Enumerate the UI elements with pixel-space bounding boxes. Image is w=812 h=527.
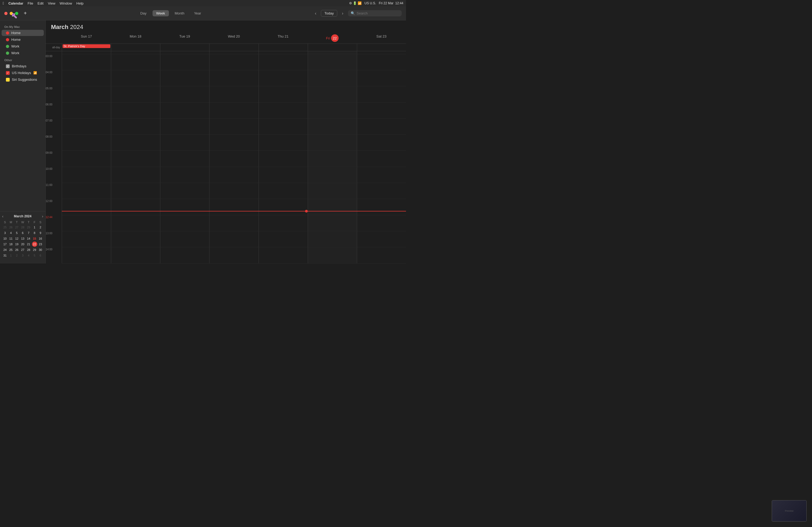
minimize-button[interactable] bbox=[10, 12, 13, 15]
mini-cal-day[interactable]: 2 bbox=[14, 253, 19, 258]
mini-cal-day[interactable]: 26 bbox=[8, 225, 14, 230]
sidebar-item-label: Home bbox=[11, 31, 21, 35]
mini-cal-day[interactable]: 10 bbox=[2, 236, 8, 241]
menu-bar:  Calendar File Edit View Window Help ⚙ … bbox=[0, 0, 406, 6]
mini-cal-day[interactable]: 30 bbox=[38, 247, 43, 253]
allday-cell-tue[interactable] bbox=[160, 44, 209, 51]
allday-cell-sat[interactable] bbox=[357, 44, 406, 51]
mini-cal-day[interactable]: 8 bbox=[32, 230, 37, 236]
close-button[interactable] bbox=[4, 12, 8, 15]
menubar-locale: US U.S. bbox=[364, 1, 376, 5]
menu-view[interactable]: View bbox=[48, 1, 55, 5]
time-0200: 02:00 bbox=[46, 51, 62, 54]
sidebar-item-home-2[interactable]: Home bbox=[2, 36, 44, 43]
mini-cal-day[interactable]: 11 bbox=[8, 236, 14, 241]
week-header: Sun 17 Mon 18 Tue 19 Wed 20 Thu 21 Fri 2… bbox=[46, 33, 406, 44]
mini-cal-title: March 2024 bbox=[14, 214, 31, 218]
mini-cal-day[interactable]: 4 bbox=[8, 230, 14, 236]
mini-cal-next[interactable]: › bbox=[42, 214, 43, 219]
today-button[interactable]: Today bbox=[321, 10, 337, 17]
us-holidays-checkbox[interactable]: ✓ bbox=[6, 71, 10, 75]
work-1-color-dot bbox=[6, 45, 9, 48]
mini-cal-day[interactable]: 29 bbox=[32, 247, 37, 253]
mini-cal-prev[interactable]: ‹ bbox=[2, 214, 3, 219]
allday-cell-mon[interactable] bbox=[111, 44, 160, 51]
view-day-button[interactable]: Day bbox=[136, 10, 150, 16]
mini-cal-day[interactable]: 17 bbox=[2, 241, 8, 247]
mini-cal-day[interactable]: 18 bbox=[8, 241, 14, 247]
search-input[interactable] bbox=[357, 11, 399, 15]
sidebar-item-us-holidays[interactable]: ✓ US Holidays 📶 bbox=[2, 70, 44, 76]
mini-cal-day[interactable]: 25 bbox=[8, 247, 14, 253]
menu-window[interactable]: Window bbox=[60, 1, 72, 5]
sidebar-item-label: Work bbox=[11, 51, 19, 55]
menu-file[interactable]: File bbox=[28, 1, 33, 5]
time-0500: 05:00 bbox=[46, 86, 62, 103]
mini-cal-day[interactable]: 28 bbox=[20, 225, 26, 230]
st-patricks-event[interactable]: St. Patrick's Day bbox=[62, 44, 110, 48]
mini-cal-day[interactable]: 24 bbox=[2, 247, 8, 253]
add-event-button[interactable]: + bbox=[21, 10, 29, 17]
apple-logo-icon[interactable]:  bbox=[3, 1, 4, 5]
mini-cal-day[interactable]: 7 bbox=[26, 230, 31, 236]
mini-cal-day[interactable]: 13 bbox=[20, 236, 26, 241]
view-month-button[interactable]: Month bbox=[171, 10, 188, 16]
sidebar-item-work-1[interactable]: Work bbox=[2, 43, 44, 49]
mini-cal-day[interactable]: 3 bbox=[20, 253, 26, 258]
mini-cal-day[interactable]: 1 bbox=[32, 225, 37, 230]
maximize-button[interactable] bbox=[15, 12, 18, 15]
mini-cal-day[interactable]: 26 bbox=[14, 247, 19, 253]
sidebar: On My Mac Home Home Work Work Other ✓ bbox=[0, 20, 46, 264]
mini-cal-day[interactable]: 1 bbox=[8, 253, 14, 258]
view-week-button[interactable]: Week bbox=[153, 10, 169, 16]
sidebar-item-birthdays[interactable]: ✓ Birthdays bbox=[2, 63, 44, 69]
mini-cal-day[interactable]: 16 bbox=[38, 236, 43, 241]
sidebar-item-siri[interactable]: Siri Suggestions bbox=[2, 76, 44, 82]
sidebar-item-home-1[interactable]: Home bbox=[2, 30, 44, 36]
mini-cal-day[interactable]: 4 bbox=[26, 253, 31, 258]
menu-help[interactable]: Help bbox=[76, 1, 84, 5]
mini-cal-day[interactable]: 2 bbox=[38, 225, 43, 230]
birthdays-checkbox[interactable]: ✓ bbox=[6, 64, 10, 68]
mini-cal-day[interactable]: 27 bbox=[14, 225, 19, 230]
mini-cal-day[interactable]: 23 bbox=[38, 241, 43, 247]
sidebar-item-work-2[interactable]: Work bbox=[2, 50, 44, 56]
mini-cal-day-today[interactable]: 22 bbox=[32, 241, 37, 247]
mini-cal-day[interactable]: 28 bbox=[26, 247, 31, 253]
allday-cell-thu[interactable] bbox=[259, 44, 308, 51]
next-week-button[interactable]: › bbox=[339, 10, 346, 17]
mini-cal-day[interactable]: 6 bbox=[38, 253, 43, 258]
view-year-button[interactable]: Year bbox=[190, 10, 205, 16]
allday-cell-sun[interactable]: St. Patrick's Day bbox=[62, 44, 111, 51]
time-grid[interactable]: 01:00 02:00 bbox=[46, 51, 406, 264]
mini-cal-day[interactable]: 6 bbox=[20, 230, 26, 236]
mini-cal-day-15[interactable]: 15 bbox=[32, 236, 37, 241]
allday-cell-fri[interactable] bbox=[308, 44, 357, 51]
mini-cal-day[interactable]: 21 bbox=[26, 241, 31, 247]
mini-cal-day[interactable]: 3 bbox=[2, 230, 8, 236]
mini-cal-day[interactable]: 5 bbox=[32, 253, 37, 258]
time-1400b: 14:00 bbox=[46, 247, 62, 264]
mini-cal-day[interactable]: 25 bbox=[2, 225, 8, 230]
menu-edit[interactable]: Edit bbox=[38, 1, 44, 5]
sidebar-item-label: Work bbox=[11, 44, 19, 48]
mini-cal-day[interactable]: 5 bbox=[14, 230, 19, 236]
work-2-color-dot bbox=[6, 51, 9, 55]
mini-cal-day[interactable]: 20 bbox=[20, 241, 26, 247]
menu-calendar[interactable]: Calendar bbox=[8, 1, 23, 5]
mini-cal-day[interactable]: 27 bbox=[20, 247, 26, 253]
mini-cal-day[interactable]: 29 bbox=[26, 225, 31, 230]
search-box[interactable]: 🔍 bbox=[348, 10, 402, 16]
mini-cal-day[interactable]: 31 bbox=[2, 253, 8, 258]
time-1000: 10:00 bbox=[46, 167, 62, 183]
mini-cal-day[interactable]: 9 bbox=[38, 230, 43, 236]
allday-cell-wed[interactable] bbox=[209, 44, 258, 51]
siri-checkbox[interactable] bbox=[6, 78, 10, 81]
mini-cal-grid: S M T W T F S 25 26 27 28 29 1 2 3 bbox=[2, 220, 43, 258]
col-wed: Wed 20 bbox=[209, 33, 258, 44]
mini-cal-day[interactable]: 14 bbox=[26, 236, 31, 241]
mini-cal-day[interactable]: 12 bbox=[14, 236, 19, 241]
current-time-dot bbox=[305, 210, 308, 212]
mini-cal-day[interactable]: 19 bbox=[14, 241, 19, 247]
prev-week-button[interactable]: ‹ bbox=[312, 10, 319, 17]
